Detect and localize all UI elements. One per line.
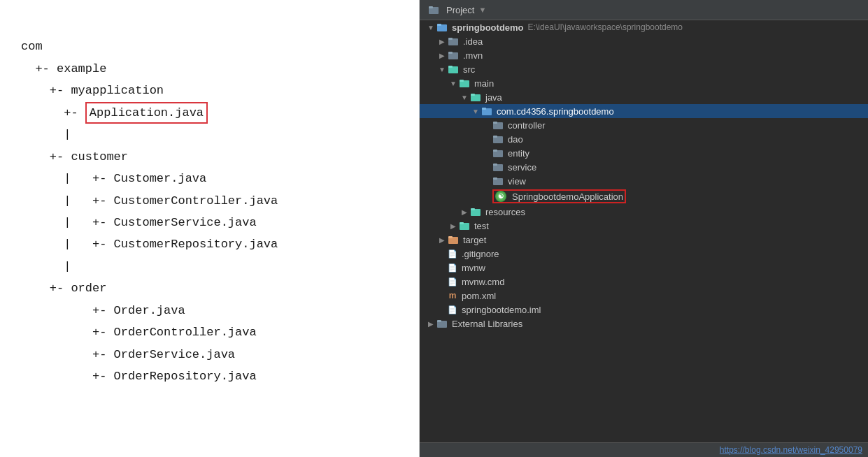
tree-line-myapp: +- myapplication [21, 84, 164, 97]
label-dao: dao [508, 134, 523, 145]
svg-rect-25 [493, 177, 497, 180]
svg-rect-9 [448, 66, 453, 68]
tree-item-gitignore[interactable]: 📄 .gitignore [420, 247, 868, 261]
tree-item-dao[interactable]: dao [420, 132, 868, 146]
svg-rect-1 [429, 6, 433, 8]
status-bar: https://blog.csdn.net/weixin_42950079 [420, 442, 868, 457]
svg-rect-3 [437, 24, 441, 26]
svg-rect-23 [493, 164, 497, 166]
tree-line-appjava: +- Application.java [21, 106, 208, 119]
panel-dropdown-arrow[interactable]: ▼ [478, 6, 486, 14]
arrow-idea [436, 36, 448, 47]
tree-item-iml[interactable]: 📄 springbootdemo.iml [420, 303, 868, 317]
spring-icon: ☯ [495, 191, 506, 202]
folder-icon-ext-libs [436, 318, 448, 329]
tree-diagram: com +- example +- myapplication +- Appli… [21, 14, 398, 409]
svg-rect-17 [493, 122, 497, 124]
folder-icon-dao [492, 133, 504, 145]
svg-rect-27 [471, 208, 475, 210]
label-main: main [474, 78, 494, 89]
folder-icon-service [492, 161, 504, 173]
svg-rect-13 [471, 94, 475, 96]
tree-line-customerrepo: | +- CustomerRepository.java [21, 238, 278, 251]
label-mvnw: mvnw [462, 263, 485, 273]
tree-item-controller[interactable]: controller [420, 118, 868, 132]
label-java: java [485, 92, 502, 103]
label-mvnwcmd: mvnw.cmd [462, 277, 504, 287]
label-view: view [508, 176, 526, 187]
tree-line-order: +- order [21, 282, 106, 295]
folder-icon-mvn [448, 50, 459, 61]
label-gitignore: .gitignore [462, 249, 499, 259]
application-java-highlight: Application.java [85, 102, 208, 124]
folder-icon-entity [492, 147, 504, 159]
file-icon-iml: 📄 [448, 305, 457, 314]
arrow-ext-libs [425, 318, 436, 329]
label-idea: .idea [463, 36, 483, 47]
label-resources: resources [485, 207, 525, 217]
project-tree[interactable]: springbootdemo E:\ideaUI\javaworkspace\s… [420, 20, 868, 442]
folder-icon-test [459, 220, 470, 231]
svg-rect-11 [460, 80, 464, 82]
tree-item-pomxml[interactable]: m pom.xml [420, 289, 868, 303]
label-service: service [508, 162, 536, 173]
label-springboot-app: SpringbootdemoApplication [512, 191, 623, 202]
label-package: com.cd4356.springbootdemo [497, 106, 614, 117]
arrow-mvn [436, 50, 448, 61]
file-icon-gitignore: 📄 [448, 249, 457, 259]
tree-item-springbootdemo[interactable]: springbootdemo E:\ideaUI\javaworkspace\s… [420, 20, 868, 34]
panel-header: Project ▼ [420, 0, 868, 20]
arrow-src [436, 64, 448, 75]
tree-item-package[interactable]: com.cd4356.springbootdemo [420, 104, 868, 118]
status-url[interactable]: https://blog.csdn.net/weixin_42950079 [720, 445, 862, 455]
tree-item-service[interactable]: service [420, 160, 868, 174]
label-iml: springbootdemo.iml [462, 305, 541, 315]
arrow-resources [459, 206, 470, 217]
tree-line-sep2: | [21, 260, 71, 273]
svg-rect-31 [448, 236, 453, 238]
svg-rect-19 [493, 136, 497, 138]
tree-line-customer: +- customer [21, 150, 128, 164]
tree-item-java[interactable]: java [420, 90, 868, 104]
svg-rect-5 [448, 38, 453, 40]
tree-line-example: +- example [21, 62, 106, 75]
svg-rect-33 [437, 320, 441, 322]
label-path: E:\ideaUI\javaworkspace\springbootdemo [528, 22, 683, 32]
label-pomxml: pom.xml [462, 291, 496, 301]
tree-line-customersvc: | +- CustomerService.java [21, 216, 257, 229]
label-controller: controller [508, 120, 545, 131]
svg-rect-29 [460, 222, 464, 224]
label-target: target [463, 235, 486, 245]
folder-icon-src [448, 64, 459, 75]
arrow-springbootdemo [425, 22, 436, 33]
tree-line-orderrepo: +- OrderRepository.java [21, 370, 257, 383]
file-icon-mvnw: 📄 [448, 263, 457, 273]
tree-item-target[interactable]: target [420, 233, 868, 247]
tree-item-src[interactable]: src [420, 62, 868, 76]
tree-line-customerctrl: | +- CustomerController.java [21, 194, 278, 208]
tree-item-entity[interactable]: entity [420, 146, 868, 160]
folder-icon-java [470, 92, 481, 103]
tree-item-mvnwcmd[interactable]: 📄 mvnw.cmd [420, 275, 868, 289]
tree-item-mvn[interactable]: .mvn [420, 48, 868, 62]
tree-item-mvnw[interactable]: 📄 mvnw [420, 261, 868, 275]
folder-icon-target [448, 234, 459, 245]
arrow-test [448, 220, 459, 231]
folder-icon-view [492, 175, 504, 187]
folder-icon-controller [492, 119, 504, 131]
file-icon-pomxml: m [448, 291, 457, 300]
tree-item-resources[interactable]: resources [420, 205, 868, 219]
tree-item-springboot-app[interactable]: ☯ SpringbootdemoApplication [420, 188, 868, 205]
folder-icon-main [459, 78, 470, 89]
tree-item-main[interactable]: main [420, 76, 868, 90]
tree-item-ext-libs[interactable]: External Libraries [420, 317, 868, 331]
folder-icon-package [481, 106, 492, 117]
project-panel-icon [428, 4, 439, 15]
label-entity: entity [508, 148, 529, 159]
label-springbootdemo: springbootdemo [452, 22, 524, 33]
tree-item-idea[interactable]: .idea [420, 34, 868, 48]
tree-item-test[interactable]: test [420, 219, 868, 233]
arrow-java [459, 92, 470, 103]
folder-icon-resources [470, 206, 481, 217]
tree-item-view[interactable]: view [420, 174, 868, 188]
